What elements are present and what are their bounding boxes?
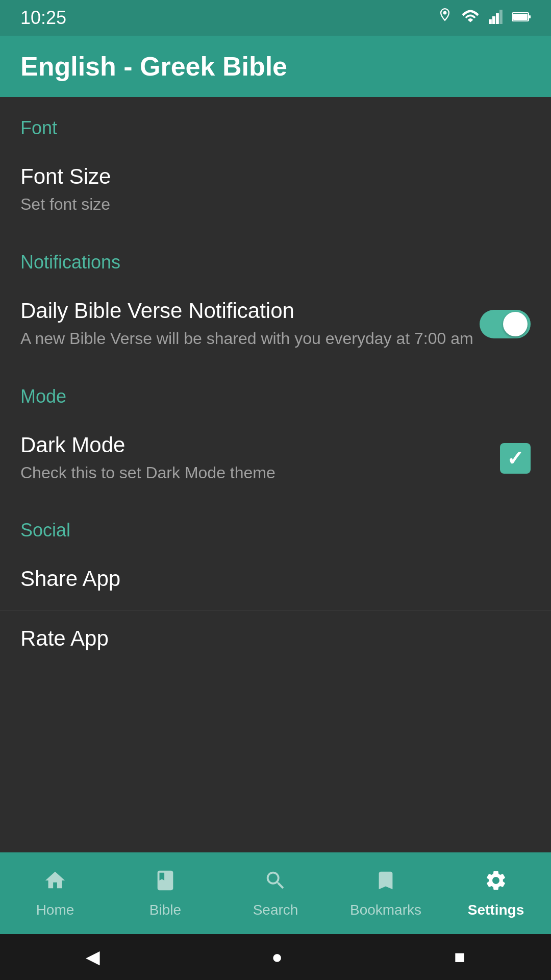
setting-dark-mode-title: Dark Mode [20,433,500,457]
nav-bookmarks[interactable]: Bookmarks [331,852,441,934]
svg-point-1 [443,11,446,14]
system-nav: ◀ ● ■ [0,934,551,980]
search-icon [264,869,287,898]
status-icons [438,8,531,28]
svg-rect-8 [513,14,528,20]
setting-font-size[interactable]: Font Size Set font size [0,149,551,231]
setting-share-app[interactable]: Share App [0,551,551,611]
setting-font-size-subtitle: Set font size [20,193,531,216]
setting-daily-notification-title: Daily Bible Verse Notification [20,299,480,323]
settings-content: Font Font Size Set font size Notificatio… [0,97,551,852]
section-notifications-header: Notifications [0,231,551,283]
svg-rect-5 [499,10,503,24]
bottom-nav: Home Bible Search Bookmarks [0,852,551,934]
nav-bible-label: Bible [149,902,181,918]
section-notifications: Notifications Daily Bible Verse Notifica… [0,231,551,365]
nav-settings-label: Settings [468,902,524,918]
section-font-header: Font [0,97,551,149]
setting-font-size-title: Font Size [20,164,531,189]
setting-dark-mode[interactable]: Dark Mode Check this to set Dark Mode th… [0,418,551,500]
section-mode-header: Mode [0,365,551,418]
settings-icon [484,869,508,898]
svg-rect-7 [529,15,531,18]
section-social-header: Social [0,499,551,551]
app-header: English - Greek Bible [0,36,551,97]
nav-bible[interactable]: Bible [110,852,220,934]
battery-icon [512,10,531,26]
nav-search[interactable]: Search [220,852,331,934]
setting-daily-notification-subtitle: A new Bible Verse will be shared with yo… [20,327,480,350]
bookmark-icon [374,869,397,898]
status-time: 10:25 [20,7,66,29]
status-bar: 10:25 [0,0,551,36]
nav-home-label: Home [36,902,74,918]
nav-search-label: Search [253,902,298,918]
section-mode: Mode Dark Mode Check this to set Dark Mo… [0,365,551,500]
nav-settings[interactable]: Settings [441,852,551,934]
nav-bookmarks-label: Bookmarks [350,902,421,918]
section-font: Font Font Size Set font size [0,97,551,231]
checkmark-icon: ✓ [507,447,524,470]
back-button[interactable]: ◀ [86,946,100,968]
daily-notification-toggle[interactable] [480,310,531,338]
dark-mode-checkbox[interactable]: ✓ [500,443,531,474]
section-social: Social Share App Rate App [0,499,551,670]
bible-icon [154,869,177,898]
home-button[interactable]: ● [271,946,283,968]
svg-rect-2 [489,19,492,24]
wifi-icon [461,10,480,26]
recents-button[interactable]: ■ [454,946,465,968]
svg-rect-3 [492,16,495,24]
setting-share-app-title: Share App [20,567,531,591]
signal-icon [489,10,503,26]
setting-rate-app-title: Rate App [20,626,531,651]
setting-rate-app[interactable]: Rate App [0,611,551,670]
svg-rect-4 [496,13,499,24]
nav-home[interactable]: Home [0,852,110,934]
home-icon [43,869,67,898]
toggle-knob [503,312,528,336]
setting-daily-notification[interactable]: Daily Bible Verse Notification A new Bib… [0,283,551,365]
page-title: English - Greek Bible [20,51,531,82]
setting-dark-mode-subtitle: Check this to set Dark Mode theme [20,461,500,484]
location-icon [438,8,452,28]
